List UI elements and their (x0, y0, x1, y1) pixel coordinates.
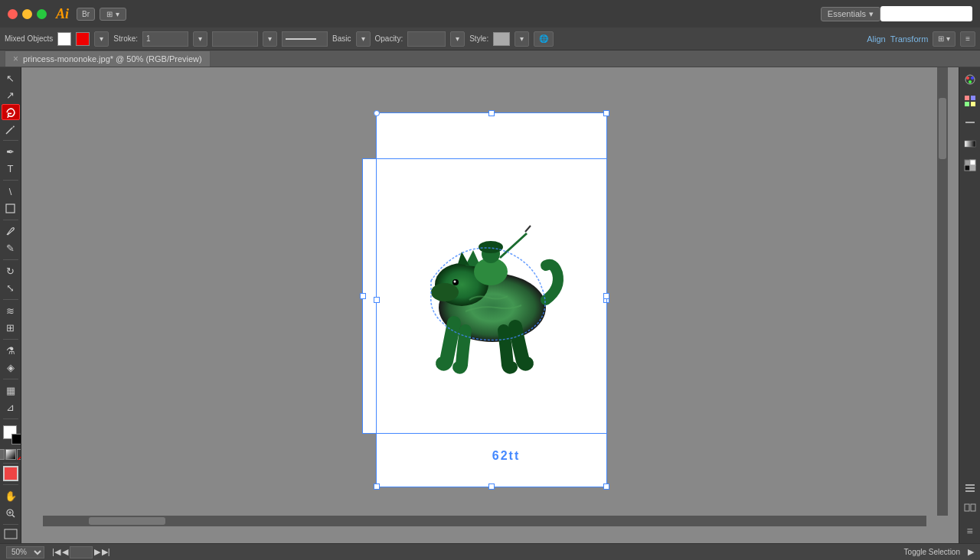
left-toolbar: ↖ ↗ ✒ T \ ✎ ↻ ⤡ ≋ ⊞ ⚗ ◈ (0, 67, 21, 543)
rect-tool-button[interactable] (2, 200, 20, 217)
opacity-input[interactable]: 100% (407, 31, 446, 47)
stroke-style-arrow[interactable]: ▾ (263, 31, 277, 47)
traffic-lights (8, 9, 47, 19)
gradient-mode-btn[interactable] (5, 449, 16, 460)
tab-close-button[interactable]: × (13, 54, 18, 64)
lasso-tool-button[interactable] (2, 104, 20, 120)
document-tab[interactable]: × princess-mononoke.jpg* @ 50% (RGB/Prev… (5, 50, 211, 67)
slice-tool-button[interactable]: ⊿ (2, 399, 20, 415)
style-swatch[interactable] (493, 32, 510, 46)
align-label[interactable]: Align (867, 34, 885, 44)
color-mode-btn[interactable] (0, 449, 5, 460)
artboards-panel-icon[interactable] (961, 500, 979, 519)
bridge-button[interactable]: Br (77, 8, 95, 21)
tool-separator-8 (3, 418, 18, 419)
essentials-label: Essentials (828, 9, 866, 18)
svg-point-23 (971, 77, 974, 80)
zoom-select[interactable]: 50% (6, 546, 44, 558)
view-arrow: ▾ (116, 10, 119, 18)
line-tool-button[interactable]: \ (2, 184, 20, 200)
tool-separator-1 (3, 140, 18, 141)
globe-button[interactable]: 🌐 (534, 31, 554, 47)
tool-separator-2 (3, 180, 18, 181)
close-button[interactable] (8, 9, 18, 19)
stroke-panel-icon[interactable] (961, 113, 979, 132)
type-tool-button[interactable]: T (2, 161, 20, 177)
svg-line-20 (525, 226, 531, 232)
first-page-button[interactable]: |◀ (52, 547, 60, 557)
swatches-icon[interactable] (961, 92, 979, 110)
svg-point-11 (431, 283, 459, 301)
basic-arrow[interactable]: ▾ (356, 31, 371, 47)
opacity-label: Opacity: (375, 34, 403, 43)
stroke-swatch-red[interactable] (76, 32, 90, 46)
screen-mode-button[interactable] (2, 528, 20, 540)
canvas-area: 62tt (21, 67, 959, 543)
line-style-preview (282, 31, 328, 47)
stroke-value-input[interactable] (142, 31, 188, 47)
scale-tool-button[interactable]: ⤡ (2, 280, 20, 296)
svg-rect-35 (965, 484, 975, 486)
pen-tool-button[interactable]: ✒ (2, 144, 20, 160)
svg-rect-39 (971, 504, 975, 511)
brush-tool-button[interactable] (2, 223, 20, 239)
zoom-tool-button[interactable] (2, 505, 20, 521)
toggle-arrow[interactable]: ▶ (968, 547, 974, 557)
rotate-tool-button[interactable]: ↻ (2, 263, 20, 279)
wand-tool-button[interactable] (2, 121, 20, 137)
warp-tool-button[interactable]: ≋ (2, 303, 20, 319)
opacity-arrow[interactable]: ▾ (450, 31, 465, 47)
style-arrow[interactable]: ▾ (514, 31, 529, 47)
stroke-input-arrow[interactable]: ▾ (193, 31, 207, 47)
panel-collapse-icon[interactable]: ≡ (961, 522, 979, 540)
control-bar: Mixed Objects ▾ Stroke: ▾ ▾ Basic ▾ Opac… (0, 28, 980, 50)
svg-rect-33 (965, 165, 970, 171)
free-transform-button[interactable]: ⊞ (2, 320, 20, 336)
view-button[interactable]: ⊞ ▾ (100, 8, 126, 21)
mixed-objects-label: Mixed Objects (5, 34, 53, 43)
stroke-options-button[interactable]: ▾ (94, 31, 109, 47)
hand-tool-button[interactable]: ✋ (2, 488, 20, 504)
svg-line-19 (500, 233, 527, 258)
toggle-selection-label: Toggle Selection (904, 548, 960, 556)
transform-label[interactable]: Transform (890, 34, 929, 44)
svg-rect-32 (970, 160, 975, 165)
svg-marker-2 (12, 125, 15, 128)
maximize-button[interactable] (37, 9, 47, 19)
fill-color-box[interactable] (3, 425, 18, 441)
direct-selection-button[interactable]: ↗ (2, 87, 20, 103)
svg-point-22 (966, 77, 969, 80)
color-panel-icon[interactable] (961, 70, 979, 89)
tool-separator-4 (3, 259, 18, 260)
prev-page-button[interactable]: ◀ (62, 547, 68, 557)
canvas-content: 62tt (21, 67, 948, 532)
transform-options[interactable]: ⊞ ▾ (933, 31, 956, 47)
gradient-panel-icon[interactable] (961, 135, 979, 153)
stroke-indicator[interactable] (3, 466, 18, 481)
essentials-button[interactable]: Essentials ▾ (821, 7, 880, 21)
eyedropper-button[interactable]: ⚗ (2, 343, 20, 359)
right-controls: Align Transform ⊞ ▾ ≡ (867, 31, 975, 47)
last-page-button[interactable]: ▶| (102, 547, 110, 557)
fill-swatch[interactable] (57, 32, 71, 46)
transparency-panel-icon[interactable] (961, 156, 979, 174)
selection-tool-button[interactable]: ↖ (2, 70, 20, 86)
search-input[interactable] (880, 6, 972, 21)
chart-tool-button[interactable]: ▦ (2, 383, 20, 399)
right-panel: ≡ (959, 67, 980, 543)
minimize-button[interactable] (22, 9, 32, 19)
pencil-tool-button[interactable]: ✎ (2, 240, 20, 256)
layers-panel-icon[interactable] (961, 479, 979, 497)
svg-rect-25 (965, 96, 969, 100)
svg-rect-30 (965, 141, 975, 147)
stroke-label: Stroke: (113, 34, 138, 43)
stroke-style-input[interactable] (212, 31, 258, 47)
image-area (362, 158, 607, 434)
next-page-button[interactable]: ▶ (94, 547, 100, 557)
panel-options[interactable]: ≡ (960, 31, 975, 47)
page-number-input[interactable]: 1 (70, 546, 93, 558)
title-bar: Ai Br ⊞ ▾ Essentials ▾ (0, 0, 980, 28)
tab-title: princess-mononoke.jpg* @ 50% (RGB/Previe… (23, 54, 202, 63)
top-margin (376, 112, 607, 158)
blend-tool-button[interactable]: ◈ (2, 360, 20, 376)
